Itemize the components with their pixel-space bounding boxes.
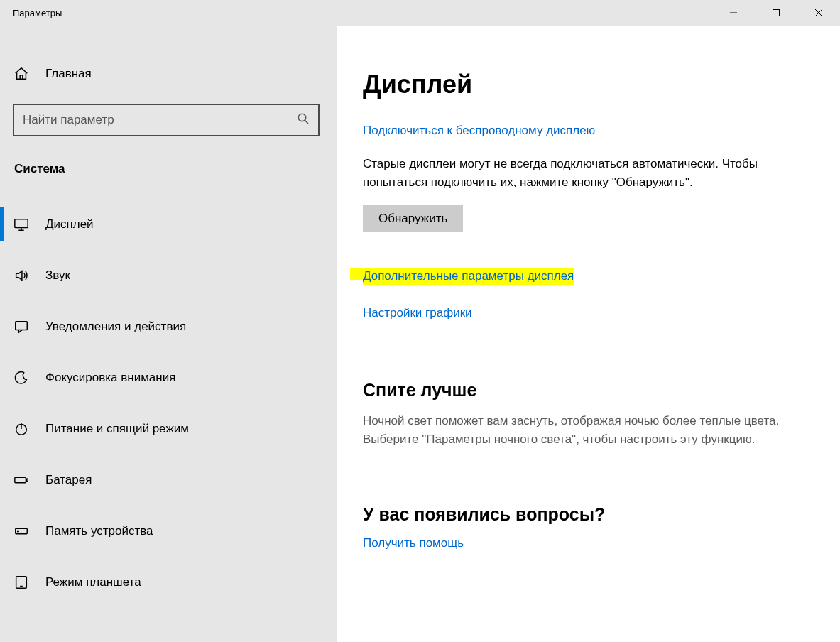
nav-home[interactable]: Главная bbox=[0, 60, 337, 88]
svg-rect-12 bbox=[15, 477, 26, 482]
window-title: Параметры bbox=[13, 8, 62, 18]
nav-item-label: Дисплей bbox=[45, 217, 94, 232]
nav-item-display[interactable]: Дисплей bbox=[0, 199, 337, 250]
power-icon bbox=[13, 420, 30, 437]
nav-item-label: Фокусировка внимания bbox=[45, 371, 175, 385]
nav-item-tablet[interactable]: Режим планшета bbox=[0, 557, 337, 608]
old-displays-description: Старые дисплеи могут не всегда подключат… bbox=[363, 155, 819, 192]
nav-item-label: Уведомления и действия bbox=[45, 320, 186, 334]
battery-icon bbox=[13, 472, 30, 489]
advanced-display-link[interactable]: Дополнительные параметры дисплея bbox=[363, 268, 574, 285]
search-icon bbox=[297, 112, 310, 128]
home-icon bbox=[13, 65, 30, 82]
highlight-marker bbox=[350, 268, 363, 280]
nav-item-power[interactable]: Питание и спящий режим bbox=[0, 403, 337, 455]
nav-item-label: Батарея bbox=[45, 473, 92, 487]
display-icon bbox=[13, 216, 30, 233]
nav-home-label: Главная bbox=[45, 67, 92, 81]
maximize-button[interactable] bbox=[755, 0, 797, 26]
minimize-icon bbox=[729, 9, 738, 17]
tablet-icon bbox=[13, 574, 30, 591]
get-help-link[interactable]: Получить помощь bbox=[363, 536, 464, 550]
sidebar-section-header: Система bbox=[0, 156, 337, 183]
sleep-better-heading: Спите лучше bbox=[363, 380, 819, 401]
wireless-display-link[interactable]: Подключиться к беспроводному дисплею bbox=[363, 124, 595, 138]
content: Дисплей Подключиться к беспроводному дис… bbox=[337, 26, 840, 642]
sound-icon bbox=[13, 267, 30, 284]
notifications-icon bbox=[13, 318, 30, 335]
nav-item-storage[interactable]: Память устройства bbox=[0, 506, 337, 557]
nav-item-label: Звук bbox=[45, 268, 70, 283]
nav-list: Дисплей Звук Уведомления и действия bbox=[0, 199, 337, 608]
sidebar: Главная Система Дисплей bbox=[0, 26, 337, 642]
svg-rect-13 bbox=[26, 479, 28, 482]
graphics-settings-link[interactable]: Настройки графики bbox=[363, 306, 472, 320]
close-icon bbox=[814, 9, 823, 17]
focus-icon bbox=[13, 369, 30, 386]
page-title: Дисплей bbox=[363, 70, 819, 99]
svg-point-15 bbox=[18, 531, 19, 532]
nav-item-label: Питание и спящий режим bbox=[45, 422, 189, 436]
svg-rect-1 bbox=[773, 10, 780, 16]
nav-item-focus[interactable]: Фокусировка внимания bbox=[0, 352, 337, 403]
detect-button[interactable]: Обнаружить bbox=[363, 205, 463, 232]
storage-icon bbox=[13, 523, 30, 540]
svg-rect-6 bbox=[15, 219, 28, 228]
nav-item-label: Память устройства bbox=[45, 524, 153, 538]
search-box[interactable] bbox=[13, 104, 320, 136]
svg-rect-9 bbox=[16, 322, 28, 330]
nav-item-battery[interactable]: Батарея bbox=[0, 455, 337, 506]
sleep-better-description: Ночной свет поможет вам заснуть, отображ… bbox=[363, 412, 796, 450]
maximize-icon bbox=[772, 9, 780, 17]
minimize-button[interactable] bbox=[712, 0, 755, 26]
nav-item-notifications[interactable]: Уведомления и действия bbox=[0, 301, 337, 352]
nav-item-label: Режим планшета bbox=[45, 575, 141, 589]
help-heading: У вас появились вопросы? bbox=[363, 504, 819, 525]
svg-line-5 bbox=[305, 121, 309, 124]
close-button[interactable] bbox=[797, 0, 840, 26]
nav-item-sound[interactable]: Звук bbox=[0, 250, 337, 301]
search-input[interactable] bbox=[23, 113, 297, 127]
window-controls bbox=[712, 0, 840, 26]
titlebar: Параметры bbox=[0, 0, 840, 26]
svg-point-4 bbox=[298, 114, 305, 121]
